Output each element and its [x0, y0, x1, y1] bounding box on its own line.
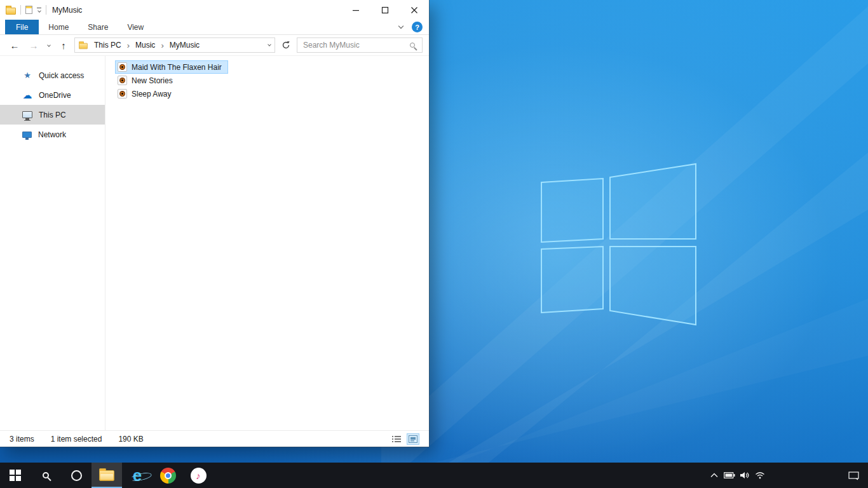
- file-item[interactable]: New Stories: [115, 74, 179, 87]
- action-center-button[interactable]: [839, 463, 868, 488]
- window-title: MyMusic: [52, 6, 82, 15]
- help-button[interactable]: ?: [412, 22, 423, 32]
- taskbar-internet-explorer-button[interactable]: e: [122, 463, 153, 488]
- system-tray: [707, 463, 868, 488]
- windows-logo-icon: [10, 470, 21, 481]
- music-file-icon: [118, 62, 127, 72]
- sidebar-item-quick-access[interactable]: ★ Quick access: [0, 65, 105, 85]
- taskbar-file-explorer-button[interactable]: [92, 463, 122, 488]
- chrome-icon: [160, 468, 176, 484]
- properties-icon[interactable]: [25, 6, 32, 14]
- collapse-ribbon-icon[interactable]: [398, 24, 403, 29]
- sidebar-item-network[interactable]: Network: [0, 125, 105, 144]
- file-explorer-icon: [99, 470, 114, 481]
- search-icon[interactable]: [410, 43, 415, 48]
- address-folder-icon: [79, 43, 88, 48]
- sidebar-item-label: OneDrive: [39, 91, 71, 100]
- tab-file[interactable]: File: [5, 20, 39, 34]
- cortana-icon: [71, 470, 82, 481]
- taskbar: e ♪: [0, 463, 868, 488]
- window-folder-icon: [6, 8, 16, 15]
- search-box: [297, 37, 423, 53]
- large-icons-view-button[interactable]: [407, 433, 419, 445]
- file-explorer-window: MyMusic File Home Share View ? ← → ↑: [0, 0, 429, 447]
- forward-button[interactable]: →: [25, 37, 42, 53]
- back-button[interactable]: ←: [6, 37, 23, 53]
- separator: [20, 5, 21, 15]
- address-dropdown-icon[interactable]: [268, 43, 271, 46]
- file-name: New Stories: [132, 76, 173, 85]
- title-bar[interactable]: MyMusic: [0, 0, 429, 20]
- recent-locations-icon[interactable]: [44, 44, 53, 46]
- battery-icon[interactable]: [722, 463, 737, 488]
- star-icon: ★: [22, 71, 32, 80]
- breadcrumb-this-pc[interactable]: This PC: [90, 41, 126, 50]
- start-button[interactable]: [0, 463, 31, 488]
- refresh-button[interactable]: [278, 37, 294, 53]
- navigation-bar: ← → ↑ This PC › Music › MyMusic: [0, 35, 429, 56]
- computer-icon: [22, 111, 32, 118]
- clock-area: [768, 463, 839, 488]
- sidebar-item-label: Network: [38, 130, 66, 139]
- sidebar-item-label: Quick access: [39, 71, 84, 80]
- up-button[interactable]: ↑: [55, 37, 72, 53]
- minimize-button[interactable]: [341, 0, 370, 20]
- tab-home[interactable]: Home: [39, 20, 78, 34]
- details-view-button[interactable]: [390, 433, 403, 445]
- file-item[interactable]: Sleep Away: [115, 87, 178, 100]
- network-icon: [22, 132, 32, 138]
- window-controls: [341, 0, 429, 20]
- itunes-icon: ♪: [191, 468, 207, 484]
- selection-size: 190 KB: [118, 435, 143, 444]
- music-file-icon: [118, 76, 127, 85]
- selection-count: 1 item selected: [51, 435, 102, 444]
- file-name: Maid With The Flaxen Hair: [132, 63, 222, 72]
- sidebar-item-label: This PC: [39, 111, 66, 119]
- breadcrumb-separator-icon: ›: [127, 41, 130, 50]
- address-bar[interactable]: This PC › Music › MyMusic: [74, 37, 275, 53]
- taskbar-chrome-button[interactable]: [153, 463, 183, 488]
- file-list[interactable]: Maid With The Flaxen Hair New Stories Sl…: [105, 56, 429, 430]
- ribbon-tabs: File Home Share View ?: [0, 20, 429, 35]
- taskbar-itunes-button[interactable]: ♪: [183, 463, 214, 488]
- search-input[interactable]: [297, 41, 410, 50]
- breadcrumb-music[interactable]: Music: [131, 41, 159, 50]
- tab-view[interactable]: View: [118, 20, 153, 34]
- taskbar-search-button[interactable]: [31, 463, 61, 488]
- breadcrumb-separator-icon: ›: [161, 41, 163, 50]
- close-button[interactable]: [400, 0, 429, 20]
- quick-access-toolbar: MyMusic: [6, 5, 82, 15]
- customize-toolbar-icon[interactable]: [37, 8, 41, 13]
- status-bar: 3 items 1 item selected 190 KB: [0, 430, 429, 447]
- sidebar-item-onedrive[interactable]: ☁ OneDrive: [0, 85, 105, 105]
- items-count: 3 items: [10, 435, 34, 444]
- volume-icon[interactable]: [737, 463, 752, 488]
- file-item[interactable]: Maid With The Flaxen Hair: [115, 60, 228, 74]
- tab-share[interactable]: Share: [78, 20, 118, 34]
- search-icon: [43, 472, 49, 478]
- cortana-button[interactable]: [61, 463, 92, 488]
- wifi-icon[interactable]: [752, 463, 768, 488]
- file-name: Sleep Away: [132, 90, 172, 98]
- navigation-pane: ★ Quick access ☁ OneDrive This PC Networ…: [0, 56, 105, 430]
- separator: [46, 5, 46, 15]
- hidden-icons-button[interactable]: [707, 463, 722, 488]
- maximize-button[interactable]: [370, 0, 400, 20]
- internet-explorer-icon: e: [133, 467, 142, 484]
- music-file-icon: [118, 89, 127, 98]
- cloud-icon: ☁: [22, 90, 32, 101]
- sidebar-item-this-pc[interactable]: This PC: [0, 105, 105, 125]
- breadcrumb-mymusic[interactable]: MyMusic: [165, 41, 204, 50]
